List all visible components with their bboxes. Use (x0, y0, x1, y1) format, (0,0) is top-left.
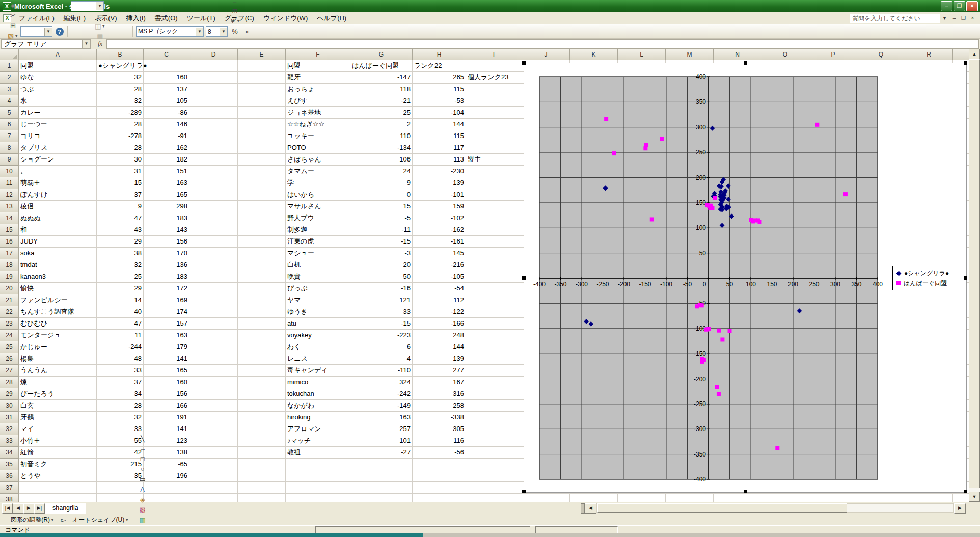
row-header-28[interactable]: 28 (0, 377, 19, 388)
cell-E2[interactable] (238, 72, 286, 84)
cell-I20[interactable] (466, 283, 522, 294)
minimize-button[interactable]: – (941, 1, 952, 11)
cell-I26[interactable] (466, 353, 522, 365)
cell-Q38[interactable] (857, 494, 905, 502)
cell-B2[interactable]: 32 (97, 72, 144, 84)
cell-E30[interactable] (238, 400, 286, 412)
cell-B26[interactable]: 48 (97, 353, 144, 365)
cell-H35[interactable] (413, 459, 466, 470)
chart-objects-combobox[interactable]: ▼ (71, 1, 104, 11)
cell-A14[interactable]: ぬぬぬ (19, 212, 97, 224)
column-header-A[interactable]: A (19, 49, 97, 60)
cell-G13[interactable]: 15 (350, 201, 413, 212)
zoom-combobox[interactable]: ▼ (20, 26, 52, 37)
scatter-point-s1[interactable] (695, 304, 699, 308)
cell-I23[interactable] (466, 318, 522, 330)
cell-E36[interactable] (238, 470, 286, 482)
name-box[interactable]: グラフ エリア (1, 39, 83, 49)
cell-C20[interactable]: 172 (144, 283, 189, 294)
scatter-point-s1[interactable] (604, 117, 608, 121)
insert-picture-button[interactable]: ▦ (137, 515, 148, 525)
cell-C28[interactable]: 160 (144, 377, 189, 388)
cell-C26[interactable]: 141 (144, 353, 189, 365)
cell-A8[interactable]: タブリス (19, 142, 97, 154)
cell-I29[interactable] (466, 388, 522, 400)
row-header-23[interactable]: 23 (0, 318, 19, 330)
cell-D26[interactable] (189, 353, 238, 365)
cell-A38[interactable] (19, 494, 97, 502)
cell-E24[interactable] (238, 330, 286, 341)
cell-D34[interactable] (189, 447, 238, 459)
cell-F15[interactable]: 制多迦 (286, 224, 350, 236)
cell-K38[interactable] (570, 494, 618, 502)
cell-F8[interactable]: POTO (286, 142, 350, 154)
formula-input[interactable] (106, 39, 979, 49)
cell-H14[interactable]: -102 (413, 212, 466, 224)
cell-B22[interactable]: 40 (97, 306, 144, 318)
select-objects-button[interactable]: ▻ (58, 515, 69, 525)
cell-B8[interactable]: 28 (97, 142, 144, 154)
cell-D5[interactable] (189, 107, 238, 119)
chart-selection-handle[interactable] (522, 490, 526, 493)
cell-F18[interactable]: 白机 (286, 259, 350, 271)
cell-B17[interactable]: 38 (97, 248, 144, 259)
cell-C2[interactable]: 160 (144, 72, 189, 84)
cell-G17[interactable]: -3 (350, 248, 413, 259)
row-header-34[interactable]: 34 (0, 447, 19, 459)
cell-I34[interactable] (466, 447, 522, 459)
scatter-point-s1[interactable] (749, 218, 753, 222)
cell-H7[interactable]: 115 (413, 130, 466, 142)
cell-E11[interactable] (238, 177, 286, 189)
cell-E7[interactable] (238, 130, 286, 142)
cell-I31[interactable] (466, 412, 522, 423)
cell-B6[interactable]: 28 (97, 119, 144, 130)
cell-D23[interactable] (189, 318, 238, 330)
cell-E19[interactable] (238, 271, 286, 283)
cell-B3[interactable]: 28 (97, 84, 144, 95)
cell-E8[interactable] (238, 142, 286, 154)
cell-D38[interactable] (189, 494, 238, 502)
cell-I17[interactable] (466, 248, 522, 259)
column-header-N[interactable]: N (714, 49, 761, 60)
cell-C36[interactable]: 196 (144, 470, 189, 482)
cell-I12[interactable] (466, 189, 522, 201)
row-header-2[interactable]: 2 (0, 72, 19, 84)
cell-D15[interactable] (189, 224, 238, 236)
cell-C4[interactable]: 105 (144, 95, 189, 107)
cell-A3[interactable]: つぶ (19, 84, 97, 95)
row-header-27[interactable]: 27 (0, 365, 19, 377)
cell-D4[interactable] (189, 95, 238, 107)
cell-G36[interactable] (350, 470, 413, 482)
cell-B4[interactable]: 32 (97, 95, 144, 107)
cell-D16[interactable] (189, 236, 238, 248)
cell-D6[interactable] (189, 119, 238, 130)
cell-F22[interactable]: ゆうき (286, 306, 350, 318)
question-dropdown-icon[interactable]: ▾ (940, 14, 949, 23)
adjust-shapes-button[interactable]: 図形の調整(R)▼ (8, 515, 58, 525)
cell-E31[interactable] (238, 412, 286, 423)
cell-I10[interactable] (466, 166, 522, 177)
menu-4[interactable]: 書式(O) (150, 13, 182, 23)
cell-A10[interactable]: 。 (19, 166, 97, 177)
cell-A34[interactable]: 紅箭 (19, 447, 97, 459)
cell-G30[interactable]: -149 (350, 400, 413, 412)
row-header-1[interactable]: 1 (0, 60, 19, 72)
cell-G21[interactable]: 121 (350, 294, 413, 306)
cell-G15[interactable]: -11 (350, 224, 413, 236)
arrow-button[interactable]: → (137, 443, 148, 453)
cell-C11[interactable]: 163 (144, 177, 189, 189)
column-header-F[interactable]: F (286, 49, 350, 60)
cell-C21[interactable]: 169 (144, 294, 189, 306)
cell-A4[interactable]: 氷 (19, 95, 97, 107)
cell-D10[interactable] (189, 166, 238, 177)
cell-A27[interactable]: うんうん (19, 365, 97, 377)
scatter-point-s1[interactable] (650, 217, 654, 221)
cell-B7[interactable]: -278 (97, 130, 144, 142)
cell-H37[interactable] (413, 482, 466, 494)
column-header-C[interactable]: C (144, 49, 189, 60)
column-header-P[interactable]: P (809, 49, 857, 60)
line-button[interactable]: ╲ (137, 433, 148, 443)
cell-B16[interactable]: 29 (97, 236, 144, 248)
cell-A30[interactable]: 白玄 (19, 400, 97, 412)
row-header-25[interactable]: 25 (0, 341, 19, 353)
